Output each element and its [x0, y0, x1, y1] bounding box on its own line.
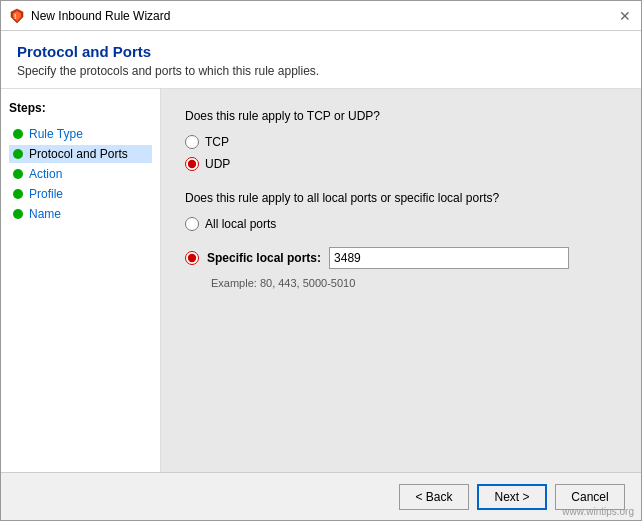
- sidebar-item-rule-type[interactable]: Rule Type: [9, 125, 152, 143]
- sidebar-dot-action: [13, 169, 23, 179]
- next-button[interactable]: Next >: [477, 484, 547, 510]
- specific-ports-label: Specific local ports:: [207, 251, 321, 265]
- specific-ports-row: Specific local ports:: [185, 247, 617, 269]
- tcp-radio-item[interactable]: TCP: [185, 135, 617, 149]
- back-button[interactable]: < Back: [399, 484, 469, 510]
- header-section: Protocol and Ports Specify the protocols…: [1, 31, 641, 89]
- all-ports-label: All local ports: [205, 217, 276, 231]
- sidebar-item-action[interactable]: Action: [9, 165, 152, 183]
- sidebar-label-rule-type: Rule Type: [29, 127, 83, 141]
- title-bar: ! New Inbound Rule Wizard ✕: [1, 1, 641, 31]
- ports-question: Does this rule apply to all local ports …: [185, 191, 617, 205]
- sidebar-dot-name: [13, 209, 23, 219]
- sidebar-dot-rule-type: [13, 129, 23, 139]
- port-input[interactable]: [329, 247, 569, 269]
- udp-radio[interactable]: [185, 157, 199, 171]
- sidebar-item-name[interactable]: Name: [9, 205, 152, 223]
- udp-label: UDP: [205, 157, 230, 171]
- protocol-question: Does this rule apply to TCP or UDP?: [185, 109, 617, 123]
- specific-ports-radio[interactable]: [185, 251, 199, 265]
- watermark: www.wintips.org: [562, 506, 634, 517]
- udp-radio-item[interactable]: UDP: [185, 157, 617, 171]
- main-panel: Does this rule apply to TCP or UDP? TCP …: [161, 89, 641, 472]
- sidebar-label-protocol-ports: Protocol and Ports: [29, 147, 128, 161]
- sidebar-label-name: Name: [29, 207, 61, 221]
- all-ports-radio-item[interactable]: All local ports: [185, 217, 617, 231]
- sidebar-title: Steps:: [9, 101, 152, 115]
- sidebar-label-action: Action: [29, 167, 62, 181]
- sidebar-item-protocol-ports[interactable]: Protocol and Ports: [9, 145, 152, 163]
- example-text: Example: 80, 443, 5000-5010: [211, 277, 617, 289]
- window-icon: !: [9, 8, 25, 24]
- footer: < Back Next > Cancel: [1, 472, 641, 520]
- close-button[interactable]: ✕: [617, 8, 633, 24]
- sidebar: Steps: Rule Type Protocol and Ports Acti…: [1, 89, 161, 472]
- tcp-radio[interactable]: [185, 135, 199, 149]
- sidebar-dot-protocol-ports: [13, 149, 23, 159]
- sidebar-dot-profile: [13, 189, 23, 199]
- ports-radio-group: All local ports Specific local ports: Ex…: [185, 217, 617, 289]
- tcp-label: TCP: [205, 135, 229, 149]
- sidebar-item-profile[interactable]: Profile: [9, 185, 152, 203]
- window-title: New Inbound Rule Wizard: [31, 9, 170, 23]
- page-subtitle: Specify the protocols and ports to which…: [17, 64, 625, 78]
- all-ports-radio[interactable]: [185, 217, 199, 231]
- svg-text:!: !: [14, 13, 16, 20]
- page-title: Protocol and Ports: [17, 43, 625, 60]
- protocol-radio-group: TCP UDP: [185, 135, 617, 171]
- sidebar-label-profile: Profile: [29, 187, 63, 201]
